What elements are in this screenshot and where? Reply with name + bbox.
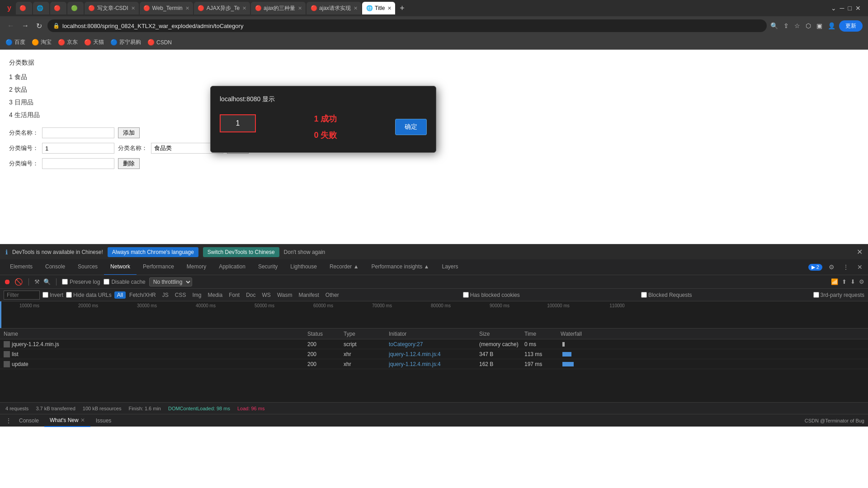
devtools-close-icon[interactable]: ✕	[855, 263, 864, 271]
match-language-button[interactable]: Always match Chrome's language	[108, 247, 198, 257]
has-blocked-check[interactable]	[463, 292, 469, 298]
bottom-menu-icon[interactable]: ⋮	[4, 417, 14, 424]
filter-type-font[interactable]: Font	[226, 291, 242, 299]
browser-tab-t1[interactable]: 🔴	[16, 2, 32, 14]
tab-close-icon[interactable]: ✕	[354, 5, 358, 11]
bookmark-item[interactable]: 🔵苏宁易购	[110, 38, 141, 46]
filter-type-media[interactable]: Media	[205, 291, 225, 299]
table-row[interactable]: jquery-1.12.4.min.js 200 script toCatego…	[0, 339, 868, 349]
table-row[interactable]: list 200 xhr jquery-1.12.4.min.js:4 347 …	[0, 349, 868, 359]
devtools-settings-icon[interactable]: ⚙	[827, 263, 836, 271]
upload-icon[interactable]: ⬆	[842, 278, 847, 285]
dont-show-again-link[interactable]: Don't show again	[284, 249, 326, 255]
new-tab-button[interactable]: +	[396, 4, 408, 13]
dialog-ok-button[interactable]: 确定	[395, 119, 427, 135]
close-window-icon[interactable]: ✕	[855, 5, 861, 12]
browser-tab-t8[interactable]: 🔴ajax的三种量✕	[251, 2, 306, 14]
browser-tab-t5[interactable]: 🔴写文章-CSDI✕	[85, 2, 139, 14]
table-row[interactable]: update 200 xhr jquery-1.12.4.min.js:4 16…	[0, 359, 868, 369]
browser-tab-t3[interactable]: 🔴	[50, 2, 66, 14]
url-bar[interactable]: 🔒 localhost:8080/spring_0824_KTLX2_war_e…	[47, 19, 767, 32]
bookmark-icon[interactable]: ☆	[794, 22, 800, 29]
blocked-req-checkbox[interactable]: Blocked Requests	[641, 292, 692, 298]
devtools-tab-security[interactable]: Security	[252, 259, 284, 275]
browser-tab-t7[interactable]: 🔴AJAX异步_Te✕	[194, 2, 250, 14]
switch-to-chinese-button[interactable]: Switch DevTools to Chinese	[203, 247, 279, 257]
bottom-tab-what's_new[interactable]: What's New✕	[44, 414, 90, 427]
reload-button[interactable]: ↻	[34, 20, 44, 32]
devtools-tab-elements[interactable]: Elements	[4, 259, 39, 275]
minimize-icon[interactable]: ─	[840, 5, 844, 12]
devtools-settings-right-icon[interactable]: ⚙	[859, 278, 864, 285]
has-blocked-checkbox[interactable]: Has blocked cookies	[463, 292, 520, 298]
filter-type-fetch/xhr[interactable]: Fetch/XHR	[127, 291, 159, 299]
filter-type-doc[interactable]: Doc	[243, 291, 258, 299]
filter-input[interactable]	[4, 291, 40, 300]
preserve-log-checkbox[interactable]: Preserve log	[62, 279, 100, 285]
devtools-tab-performance[interactable]: Performance	[137, 259, 180, 275]
browser-tab-t4[interactable]: 🟢	[67, 2, 84, 14]
devtools-tab-performance_insights_▲[interactable]: Performance insights ▲	[365, 259, 436, 275]
browser-tab-t6[interactable]: 🔴Web_Termin✕	[140, 2, 193, 14]
profile-icon[interactable]: 👤	[828, 22, 835, 29]
download-icon[interactable]: ⬇	[850, 278, 855, 285]
invert-checkbox[interactable]: Invert	[42, 292, 63, 298]
layout-icon[interactable]: ▣	[816, 22, 822, 29]
wifi-icon[interactable]: 📶	[831, 278, 838, 285]
update-button[interactable]: 更新	[839, 20, 863, 32]
tab-close-icon[interactable]: ✕	[242, 5, 246, 11]
bottom-tab-issues[interactable]: Issues	[90, 414, 117, 427]
invert-check[interactable]	[42, 292, 48, 298]
tab-close-icon[interactable]: ✕	[131, 5, 135, 11]
bottom-tab-console[interactable]: Console	[14, 414, 44, 427]
clear-icon[interactable]: 🚫	[14, 278, 23, 286]
forward-button[interactable]: →	[20, 20, 31, 32]
filter-icon[interactable]: ⚒	[34, 278, 40, 285]
notify-close-icon[interactable]: ✕	[857, 248, 863, 256]
bookmark-item[interactable]: 🔴CSDN	[147, 39, 172, 46]
search-icon[interactable]: 🔍	[43, 278, 51, 285]
blocked-req-check[interactable]	[641, 292, 647, 298]
browser-tab-t2[interactable]: 🌐	[33, 2, 49, 14]
devtools-tab-memory[interactable]: Memory	[180, 259, 212, 275]
tab-close-icon[interactable]: ✕	[298, 5, 302, 11]
tab-close-icon[interactable]: ✕	[185, 5, 189, 11]
bottom-tab-close-icon[interactable]: ✕	[80, 417, 85, 423]
third-party-checkbox[interactable]: 3rd-party requests	[813, 292, 864, 298]
bookmark-item[interactable]: 🔴天猫	[84, 38, 104, 46]
hide-data-check[interactable]	[66, 292, 72, 298]
maximize-icon[interactable]: □	[848, 5, 852, 12]
browser-tab-t10[interactable]: 🌐Title✕	[362, 2, 395, 14]
notification-badge[interactable]: ▶ 2	[808, 264, 822, 271]
bookmark-item[interactable]: 🔴京东	[58, 38, 78, 46]
disable-cache-checkbox[interactable]: Disable cache	[104, 279, 145, 285]
extensions-icon[interactable]: ⬡	[806, 22, 811, 29]
filter-type-js[interactable]: JS	[160, 291, 171, 299]
back-button[interactable]: ←	[5, 20, 16, 32]
devtools-tab-console[interactable]: Console	[39, 259, 71, 275]
third-party-check[interactable]	[813, 292, 819, 298]
bookmark-item[interactable]: 🔵百度	[5, 38, 25, 46]
filter-type-all[interactable]: All	[114, 291, 126, 299]
devtools-tab-recorder_▲[interactable]: Recorder ▲	[323, 259, 365, 275]
disable-cache-check[interactable]	[104, 279, 109, 285]
devtools-tab-sources[interactable]: Sources	[71, 259, 104, 275]
share-icon[interactable]: ⇪	[783, 22, 789, 29]
throttle-select[interactable]: No throttling	[149, 277, 192, 286]
hide-data-checkbox[interactable]: Hide data URLs	[66, 292, 112, 298]
browser-tab-t9[interactable]: 🔴ajax请求实现✕	[307, 2, 361, 14]
search-icon[interactable]: 🔍	[770, 22, 778, 29]
filter-type-ws[interactable]: WS	[259, 291, 274, 299]
preserve-log-check[interactable]	[62, 279, 68, 285]
tab-list-icon[interactable]: ⌄	[831, 5, 836, 12]
record-icon[interactable]: ⏺	[4, 278, 11, 286]
devtools-tab-lighthouse[interactable]: Lighthouse	[284, 259, 323, 275]
filter-type-wasm[interactable]: Wasm	[274, 291, 295, 299]
devtools-more-icon[interactable]: ⋮	[841, 263, 851, 271]
filter-type-other[interactable]: Other	[323, 291, 342, 299]
devtools-tab-network[interactable]: Network	[104, 259, 137, 275]
tab-close-icon[interactable]: ✕	[387, 5, 392, 11]
filter-type-img[interactable]: Img	[189, 291, 204, 299]
filter-type-css[interactable]: CSS	[172, 291, 189, 299]
devtools-tab-layers[interactable]: Layers	[435, 259, 464, 275]
